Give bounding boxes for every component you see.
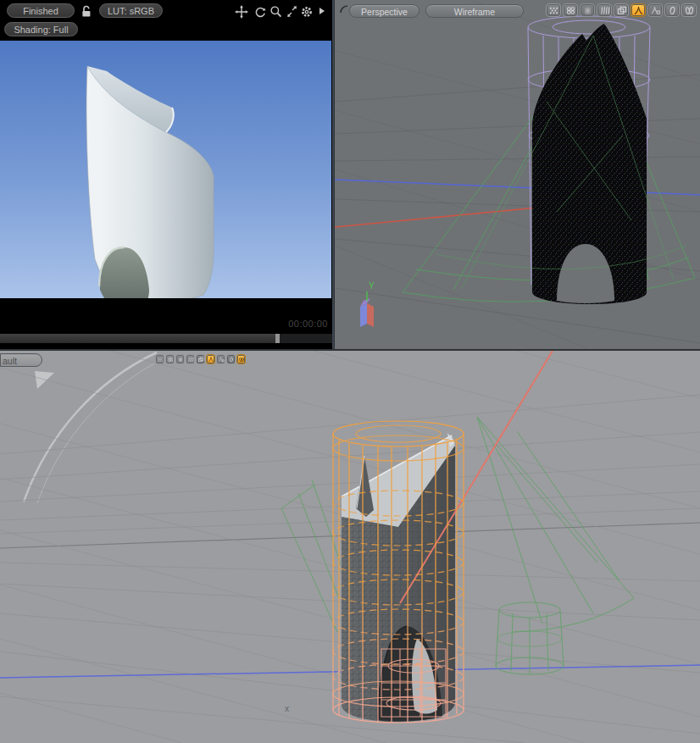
droplet-icon[interactable]: [226, 354, 236, 364]
more-icon[interactable]: [317, 4, 325, 19]
overlap-squares-icon[interactable]: [196, 354, 205, 364]
person-frame-icon[interactable]: [216, 354, 225, 364]
shaded-mesh-object: [342, 433, 455, 722]
soft-square-icon[interactable]: [175, 354, 185, 364]
render-preview-image[interactable]: [0, 41, 331, 298]
render-timecode: 00:00:00: [288, 319, 328, 329]
render-progress-bar[interactable]: [0, 334, 332, 343]
lock-icon[interactable]: [79, 3, 93, 18]
waves-icon[interactable]: [186, 354, 195, 364]
fullscreen-icon[interactable]: [285, 4, 299, 19]
perspective-scene[interactable]: [335, 0, 700, 349]
checker-icon[interactable]: [155, 354, 164, 364]
view-preset-button[interactable]: ault: [0, 353, 42, 367]
x-axis-label: x: [285, 704, 289, 713]
bottom-viewport[interactable]: x ault: [0, 351, 700, 743]
lut-button[interactable]: LUT: sRGB: [99, 3, 163, 18]
orbit-swirl-icon: [24, 352, 165, 503]
app-window: Finished LUT: sRGB: [0, 0, 700, 743]
person-icon[interactable]: [631, 3, 646, 17]
magnify-icon[interactable]: [269, 4, 283, 19]
quad-circles-icon[interactable]: [563, 3, 578, 17]
person-icon[interactable]: [206, 354, 215, 364]
droplet-icon[interactable]: [664, 3, 680, 17]
view-mode-button[interactable]: Perspective: [349, 4, 419, 18]
overlap-squares-icon[interactable]: [614, 3, 629, 17]
bottom-scene[interactable]: [0, 351, 700, 743]
person-frame-icon[interactable]: [647, 3, 663, 17]
progress-elapsed: [0, 334, 275, 343]
render-preview-viewport[interactable]: Finished LUT: sRGB: [0, 0, 334, 349]
render-model: [0, 41, 331, 298]
quad-circles-icon[interactable]: [165, 354, 175, 364]
checker-icon[interactable]: [546, 3, 561, 17]
corner-rotate-icon[interactable]: [339, 4, 349, 14]
pan-icon[interactable]: [234, 4, 248, 19]
progress-remaining: [280, 334, 332, 343]
shade-mode-button[interactable]: Wireframe: [425, 4, 524, 18]
double-droplet-icon[interactable]: [236, 354, 246, 364]
rotate-icon[interactable]: [253, 4, 267, 19]
viewport-toggle-row: [155, 354, 246, 364]
shading-mode-button[interactable]: Shading: Full: [4, 22, 78, 36]
axis-widget: [360, 291, 374, 327]
gear-icon[interactable]: [299, 4, 314, 19]
render-status-button[interactable]: Finished: [7, 3, 75, 18]
viewport-toggle-row: [546, 3, 697, 17]
double-droplet-icon[interactable]: [681, 3, 697, 17]
waves-icon[interactable]: [597, 3, 612, 17]
perspective-viewport[interactable]: Y Perspective Wireframe: [335, 0, 700, 349]
soft-square-icon[interactable]: [580, 3, 595, 17]
y-axis-label: Y: [369, 281, 375, 291]
